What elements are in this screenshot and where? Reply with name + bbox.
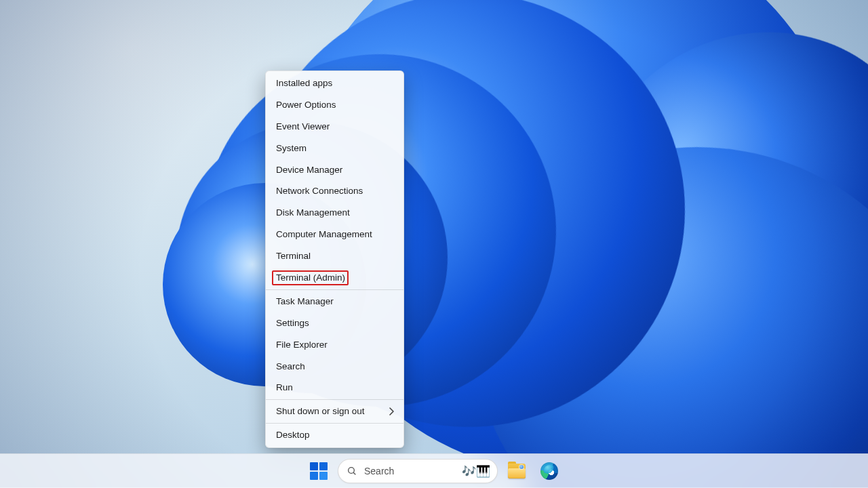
edge-icon [540, 462, 558, 480]
menu-item-network-connections[interactable]: Network Connections [266, 180, 403, 202]
menu-item-system[interactable]: System [266, 138, 403, 159]
menu-item-label: Shut down or sign out [276, 406, 365, 416]
menu-item-desktop[interactable]: Desktop [266, 424, 403, 446]
menu-item-label: Disk Management [276, 207, 350, 218]
menu-item-label: Event Viewer [276, 121, 330, 131]
menu-item-installed-apps[interactable]: Installed apps [266, 73, 403, 94]
windows-logo-icon [310, 462, 328, 480]
search-placeholder: Search [364, 466, 455, 476]
folder-icon [508, 464, 526, 479]
menu-item-terminal[interactable]: Terminal [266, 245, 403, 267]
menu-item-terminal-admin[interactable]: Terminal (Admin) [266, 267, 403, 289]
menu-item-label: Settings [276, 318, 309, 328]
menu-item-power-options[interactable]: Power Options [266, 94, 403, 116]
menu-separator [266, 423, 403, 424]
search-icon [347, 466, 357, 476]
menu-item-label: Device Manager [276, 165, 342, 175]
menu-item-label: Search [276, 361, 305, 371]
menu-item-label: Network Connections [276, 186, 363, 196]
menu-item-shut-down-or-sign-out[interactable]: Shut down or sign out [266, 401, 403, 422]
menu-item-device-manager[interactable]: Device Manager [266, 159, 403, 181]
menu-item-disk-management[interactable]: Disk Management [266, 202, 403, 224]
menu-item-label: Run [276, 382, 293, 392]
svg-point-0 [349, 468, 355, 474]
taskbar-file-explorer[interactable] [503, 458, 530, 485]
menu-item-computer-management[interactable]: Computer Management [266, 224, 403, 245]
menu-item-task-manager[interactable]: Task Manager [266, 291, 403, 312]
chevron-right-icon [389, 407, 395, 416]
menu-item-settings[interactable]: Settings [266, 312, 403, 334]
taskbar-search[interactable]: Search 🎶🎹 [338, 459, 498, 483]
menu-item-file-explorer[interactable]: File Explorer [266, 334, 403, 356]
start-button[interactable] [305, 458, 332, 485]
menu-item-label: Desktop [276, 430, 310, 440]
taskbar: Search 🎶🎹 [0, 453, 868, 488]
menu-item-label: Power Options [276, 100, 336, 110]
menu-item-label: File Explorer [276, 340, 328, 350]
menu-item-label: Computer Management [276, 229, 372, 239]
search-highlight-icon: 🎶🎹 [462, 464, 490, 479]
menu-item-label: Terminal [276, 251, 311, 261]
menu-separator [266, 289, 403, 290]
menu-item-label: System [276, 143, 307, 153]
menu-separator [266, 399, 403, 400]
svg-line-1 [353, 472, 355, 474]
menu-item-run[interactable]: Run [266, 377, 403, 399]
taskbar-edge[interactable] [536, 458, 563, 485]
menu-item-search[interactable]: Search [266, 356, 403, 378]
menu-item-label: Terminal (Admin) [276, 272, 345, 283]
menu-item-label: Task Manager [276, 296, 334, 306]
menu-item-event-viewer[interactable]: Event Viewer [266, 116, 403, 138]
winx-context-menu: Installed appsPower OptionsEvent ViewerS… [265, 70, 404, 448]
menu-item-label: Installed apps [276, 78, 332, 88]
desktop-wallpaper [0, 0, 868, 488]
